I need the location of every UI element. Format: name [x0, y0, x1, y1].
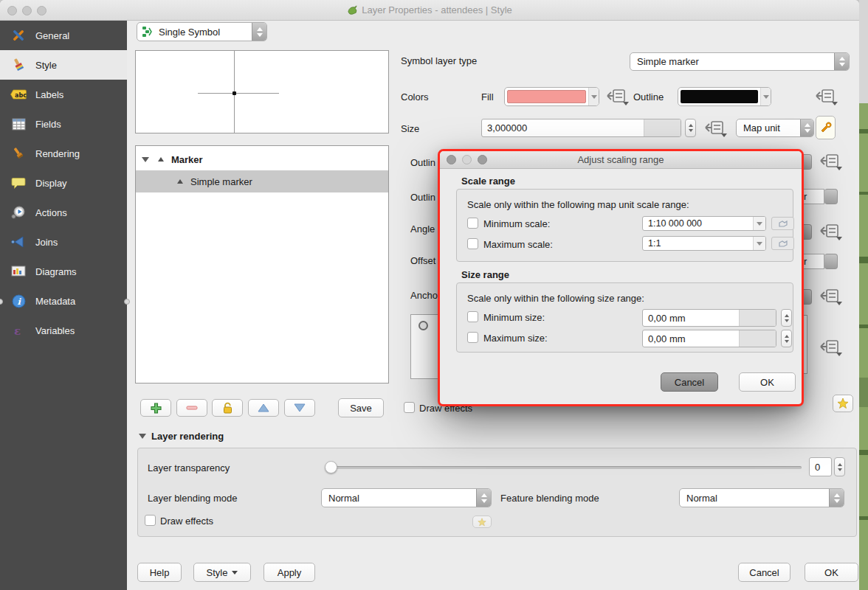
fill-color-button[interactable] — [504, 87, 599, 106]
minimum-scale-combo[interactable]: 1:10 000 000 — [642, 216, 766, 231]
fill-label: Fill — [481, 91, 494, 103]
symbol-draw-effects-checkbox[interactable] — [404, 402, 415, 413]
occluded-combo-stepper[interactable] — [802, 154, 812, 170]
scale-range-heading: Scale range — [461, 176, 515, 187]
occluded-combo-stepper[interactable] — [824, 254, 838, 269]
sidebar-item-rendering[interactable]: Rendering — [0, 139, 127, 168]
data-defined-override-button[interactable] — [607, 88, 629, 106]
data-defined-override-button[interactable] — [820, 153, 842, 171]
outline-style-label: Outlin — [410, 157, 435, 168]
circle-marker-option[interactable] — [418, 321, 428, 330]
sidebar-item-labels[interactable]: abc Labels — [0, 80, 127, 109]
splitter-handle[interactable] — [124, 299, 130, 305]
size-spinbox[interactable]: 3,000000 — [481, 119, 681, 137]
apply-button[interactable]: Apply — [264, 563, 315, 582]
tree-row-marker[interactable]: Marker — [136, 148, 388, 170]
occluded-combo-stepper[interactable] — [802, 289, 812, 305]
effects-star-button[interactable] — [472, 516, 492, 528]
lock-colors-button[interactable] — [212, 399, 243, 417]
sidebar-item-diagrams[interactable]: Diagrams — [0, 257, 127, 286]
occluded-spin-stepper[interactable] — [802, 224, 812, 240]
size-stepper[interactable] — [685, 119, 696, 137]
minimum-scale-extent-button[interactable] — [771, 217, 794, 230]
sidebar-item-metadata[interactable]: i Metadata — [0, 286, 127, 316]
add-symbol-layer-button[interactable] — [140, 399, 171, 417]
unit-settings-button[interactable] — [816, 116, 836, 139]
sidebar-item-display[interactable]: Display — [0, 168, 127, 198]
remove-symbol-layer-button[interactable] — [176, 399, 207, 417]
combo-stepper — [800, 119, 813, 136]
symbol-layer-type-combo[interactable]: Simple marker — [630, 52, 850, 71]
maximum-scale-extent-button[interactable] — [771, 237, 794, 250]
outline-color-button[interactable] — [678, 87, 771, 106]
occluded-unit-combo[interactable]: r — [802, 189, 824, 204]
feature-blending-combo[interactable]: Normal — [679, 488, 844, 507]
dialog-cancel-button[interactable]: Cancel — [661, 372, 718, 392]
layer-blending-value: Normal — [322, 493, 476, 504]
adjust-scaling-range-dialog: Adjust scaling range Scale range Scale o… — [440, 151, 802, 404]
help-button[interactable]: Help — [137, 563, 182, 582]
sidebar-item-variables[interactable]: ε Variables — [0, 316, 127, 345]
transparency-stepper[interactable] — [834, 457, 845, 476]
data-defined-override-button[interactable] — [820, 339, 842, 357]
draw-effects-checkbox[interactable] — [145, 515, 156, 526]
sidebar-item-fields[interactable]: Fields — [0, 109, 127, 139]
maximum-scale-label: Maximum scale: — [483, 239, 553, 250]
combo-arrow-icon[interactable] — [753, 237, 765, 250]
minimum-size-stepper[interactable] — [781, 309, 792, 327]
star-icon — [837, 398, 849, 409]
minimum-scale-checkbox[interactable] — [467, 218, 478, 229]
expander-icon[interactable] — [142, 157, 149, 162]
maximum-size-stepper[interactable] — [781, 330, 792, 347]
window-titlebar[interactable]: Layer Properties - attendees | Style — [0, 0, 859, 21]
occluded-combo-stepper[interactable] — [824, 189, 838, 204]
symbol-layer-tree: Marker Simple marker — [135, 145, 389, 384]
combo-stepper — [252, 23, 266, 41]
style-menu-button[interactable]: Style — [193, 563, 251, 582]
sidebar-item-general[interactable]: General — [0, 21, 127, 50]
sidebar-item-style[interactable]: Style — [0, 50, 127, 80]
single-symbol-icon — [142, 26, 152, 38]
color-dropdown-arrow[interactable] — [588, 88, 599, 105]
marker-shape-list[interactable] — [410, 314, 443, 379]
sidebar-item-joins[interactable]: Joins — [0, 227, 127, 257]
transparency-slider-track[interactable] — [325, 466, 802, 469]
layer-blending-combo[interactable]: Normal — [321, 488, 492, 507]
maximum-size-spinbox[interactable]: 0,00 mm — [642, 330, 776, 347]
data-defined-override-button[interactable] — [705, 120, 727, 138]
transparency-value-box[interactable]: 0 — [809, 457, 832, 476]
ok-button[interactable]: OK — [805, 563, 858, 582]
occluded-panel-fragment — [802, 315, 807, 374]
data-defined-override-button[interactable] — [816, 88, 838, 106]
minimum-size-checkbox[interactable] — [467, 311, 478, 322]
transparency-slider-handle[interactable] — [325, 461, 337, 473]
tree-row-simple-marker[interactable]: Simple marker — [136, 170, 388, 192]
combo-arrow-icon[interactable] — [753, 217, 765, 230]
data-defined-override-button[interactable] — [820, 223, 842, 241]
favorites-star-button[interactable] — [833, 395, 853, 412]
minimum-size-value: 0,00 mm — [643, 313, 739, 324]
dialog-titlebar[interactable]: Adjust scaling range — [440, 151, 802, 169]
dialog-ok-button[interactable]: OK — [739, 372, 796, 392]
size-unit-combo[interactable]: Map unit — [736, 119, 814, 137]
desktop-backdrop — [859, 0, 868, 103]
maximum-scale-checkbox[interactable] — [467, 238, 478, 249]
color-dropdown-arrow[interactable] — [760, 88, 771, 105]
maximum-size-checkbox[interactable] — [467, 332, 478, 343]
sidebar-item-actions[interactable]: Actions — [0, 198, 127, 227]
colors-label: Colors — [401, 91, 429, 103]
brush-icon — [10, 146, 27, 161]
save-symbol-button[interactable]: Save — [338, 398, 384, 417]
symbol-mode-combo[interactable]: Single Symbol — [137, 22, 267, 41]
layer-rendering-header[interactable]: Layer rendering — [151, 431, 224, 442]
move-up-button[interactable] — [248, 399, 279, 417]
occluded-unit-combo[interactable]: r — [802, 254, 824, 269]
move-down-button[interactable] — [284, 399, 315, 417]
minimum-size-spinbox[interactable]: 0,00 mm — [642, 309, 776, 327]
cancel-button[interactable]: Cancel — [738, 563, 790, 582]
size-range-heading: Size range — [461, 269, 509, 280]
layer-rendering-collapse-icon[interactable] — [139, 434, 146, 439]
data-defined-override-button[interactable] — [820, 288, 842, 306]
maximum-scale-combo[interactable]: 1:1 — [642, 236, 766, 251]
symbol-mode-value: Single Symbol — [152, 27, 252, 38]
